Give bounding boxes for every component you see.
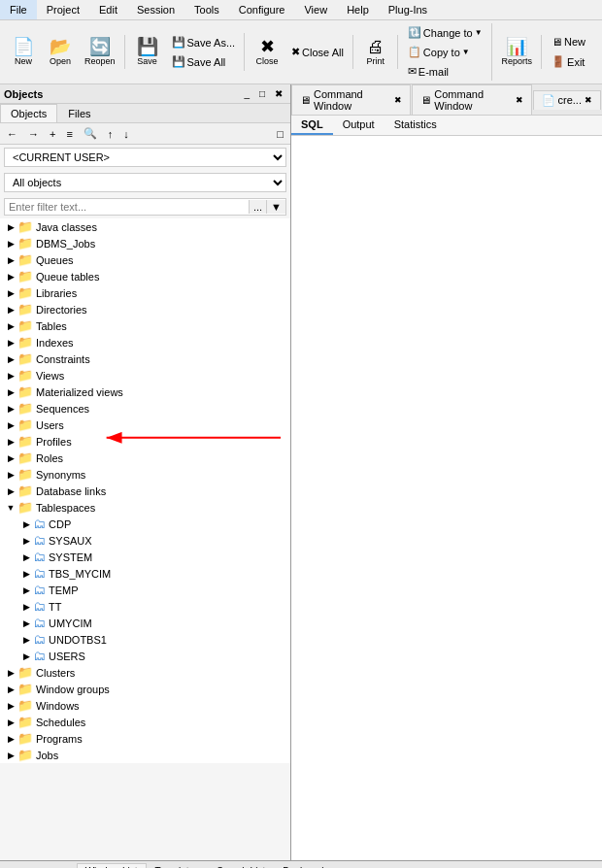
open-button[interactable]: 📂 Open <box>43 35 78 69</box>
tree-item[interactable]: ▶🗂TBS_MYCIM <box>0 565 290 582</box>
tree-item[interactable]: ▶📁Libraries <box>0 284 290 301</box>
up-button[interactable]: ↑ <box>103 126 118 142</box>
wl-tab-search-list[interactable]: Search List <box>208 863 274 868</box>
menu-session[interactable]: Session <box>127 0 184 19</box>
tree-item[interactable]: ▶🗂CDP <box>0 516 290 532</box>
exit-button[interactable]: 🚪 Exit <box>547 52 590 71</box>
doc-tab-command-window-2[interactable]: 🖥 Command Window ✖ <box>412 84 531 115</box>
doc-tab-close-2[interactable]: ✖ <box>516 95 523 105</box>
tree-item[interactable]: ▶📁Queue tables <box>0 268 290 284</box>
tree-expand-arrow[interactable]: ▶ <box>19 602 33 612</box>
tree-item[interactable]: ▶🗂UNDOTBS1 <box>0 631 290 648</box>
sub-tab-sql[interactable]: SQL <box>291 116 333 135</box>
change-to-button[interactable]: 🔃 Change to ▼ <box>403 23 487 42</box>
doc-tab-cre[interactable]: 📄 cre... ✖ <box>533 90 601 110</box>
filter-options-button[interactable]: ... <box>249 200 266 214</box>
panel-maximize-button[interactable]: □ <box>255 86 269 101</box>
wl-tab-bookmarks[interactable]: Bookmarks <box>274 863 340 868</box>
tree-expand-arrow[interactable]: ▶ <box>4 321 17 331</box>
tree-item[interactable]: ▶📁Queues <box>0 251 290 268</box>
tree-item[interactable]: ▶📁DBMS_Jobs <box>0 235 290 251</box>
tree-expand-arrow[interactable]: ▶ <box>4 255 17 265</box>
tree-expand-arrow[interactable]: ▶ <box>4 734 17 744</box>
tree-item[interactable]: ▼📁Tablespaces <box>0 499 290 516</box>
tree-expand-arrow[interactable]: ▶ <box>19 552 33 562</box>
copy-to-button[interactable]: 📋 Copy to ▼ <box>403 43 487 61</box>
back-button[interactable]: ← <box>2 126 22 142</box>
tree-expand-arrow[interactable]: ▶ <box>4 470 17 480</box>
expand-button[interactable]: □ <box>272 126 288 142</box>
tree-item[interactable]: ▶📁Roles <box>0 450 290 466</box>
tree-expand-arrow[interactable]: ▶ <box>4 420 17 430</box>
search-icon[interactable]: 🔍 <box>79 125 102 142</box>
tree-expand-arrow[interactable]: ▶ <box>4 701 17 711</box>
tree-item[interactable]: ▶📁Database links <box>0 483 290 499</box>
menu-plugins[interactable]: Plug-Ins <box>379 0 437 19</box>
tree-item[interactable]: ▶📁Window groups <box>0 681 290 697</box>
tree-item[interactable]: ▶🗂USERS <box>0 648 290 664</box>
tree-expand-arrow[interactable]: ▶ <box>4 338 17 348</box>
sub-tab-output[interactable]: Output <box>333 116 385 135</box>
tree-item[interactable]: ▶📁Windows <box>0 697 290 714</box>
tree-item[interactable]: ▶📁Indexes <box>0 334 290 351</box>
down-button[interactable]: ↓ <box>118 126 134 142</box>
email-button[interactable]: ✉ E-mail <box>403 62 487 81</box>
tree-expand-arrow[interactable]: ▶ <box>4 387 17 397</box>
tree-item[interactable]: ▶📁Directories <box>0 301 290 317</box>
tree-expand-arrow[interactable]: ▶ <box>4 272 17 282</box>
tree-item[interactable]: ▶📁Synonyms <box>0 466 290 483</box>
all-objects-dropdown[interactable]: All objects <box>4 173 286 192</box>
tree-expand-arrow[interactable]: ▶ <box>19 536 33 546</box>
tree-item[interactable]: ▶🗂TEMP <box>0 582 290 598</box>
list-button[interactable]: ≡ <box>61 126 77 142</box>
tree-expand-arrow[interactable]: ▶ <box>4 718 17 727</box>
tree-item[interactable]: ▶📁Constraints <box>0 351 290 367</box>
tree-view[interactable]: ▶📁Java classes▶📁DBMS_Jobs▶📁Queues▶📁Queue… <box>0 218 290 763</box>
menu-edit[interactable]: Edit <box>89 0 127 19</box>
panel-minimize-button[interactable]: _ <box>240 86 253 101</box>
tree-item[interactable]: ▶📁Java classes <box>0 218 290 235</box>
tab-objects[interactable]: Objects <box>0 104 57 122</box>
tree-expand-arrow[interactable]: ▶ <box>19 651 33 661</box>
wl-tab-window-list[interactable]: Window List <box>77 863 147 868</box>
close-button[interactable]: ✖ Close <box>250 35 284 69</box>
tree-expand-arrow[interactable]: ▶ <box>19 585 33 595</box>
doc-tab-close-1[interactable]: ✖ <box>394 95 402 105</box>
forward-button[interactable]: → <box>23 126 44 142</box>
tree-expand-arrow[interactable]: ▶ <box>19 635 33 645</box>
tree-item[interactable]: ▶🗂UMYCIM <box>0 615 290 631</box>
tree-item[interactable]: ▶📁Materialized views <box>0 384 290 400</box>
tree-expand-arrow[interactable]: ▶ <box>4 305 17 315</box>
app-new-button[interactable]: 🖥 New <box>547 33 590 50</box>
tree-item[interactable]: ▶📁Sequences <box>0 400 290 417</box>
tree-expand-arrow[interactable]: ▶ <box>19 618 33 628</box>
print-button[interactable]: 🖨 Print <box>358 35 393 69</box>
tree-expand-arrow[interactable]: ▶ <box>4 751 17 760</box>
tree-item[interactable]: ▶📁Jobs <box>0 747 290 763</box>
tree-expand-arrow[interactable]: ▶ <box>4 288 17 298</box>
tree-item[interactable]: ▶📁Clusters <box>0 664 290 681</box>
tree-item[interactable]: ▶🗂SYSTEM <box>0 549 290 565</box>
doc-tab-close-cre[interactable]: ✖ <box>585 95 592 105</box>
reports-button[interactable]: 📊 Reports <box>497 35 538 69</box>
filter-expand-button[interactable]: ▼ <box>266 200 285 214</box>
save-all-button[interactable]: 💾 Save All <box>167 52 241 71</box>
tree-item[interactable]: ▶🗂SYSAUX <box>0 532 290 549</box>
tree-expand-arrow[interactable]: ▶ <box>4 437 17 447</box>
tab-files[interactable]: Files <box>57 104 101 122</box>
close-all-button[interactable]: ✖ Close All <box>286 43 349 61</box>
tree-expand-arrow[interactable]: ▶ <box>4 404 17 414</box>
tree-expand-arrow[interactable]: ▶ <box>19 569 33 579</box>
tree-item[interactable]: ▶📁Schedules <box>0 714 290 730</box>
tree-expand-arrow[interactable]: ▶ <box>4 684 17 694</box>
new-button[interactable]: 📄 New <box>6 35 41 69</box>
menu-tools[interactable]: Tools <box>184 0 229 19</box>
add-obj-button[interactable]: + <box>45 126 60 142</box>
tree-item[interactable]: ▶📁Users <box>0 417 290 433</box>
menu-view[interactable]: View <box>294 0 337 19</box>
menu-file[interactable]: File <box>0 0 37 19</box>
menu-project[interactable]: Project <box>37 0 89 19</box>
tree-item[interactable]: ▶📁Views <box>0 367 290 384</box>
wl-tab-templates[interactable]: Templates <box>147 863 209 868</box>
tree-expand-arrow[interactable]: ▶ <box>4 222 17 232</box>
